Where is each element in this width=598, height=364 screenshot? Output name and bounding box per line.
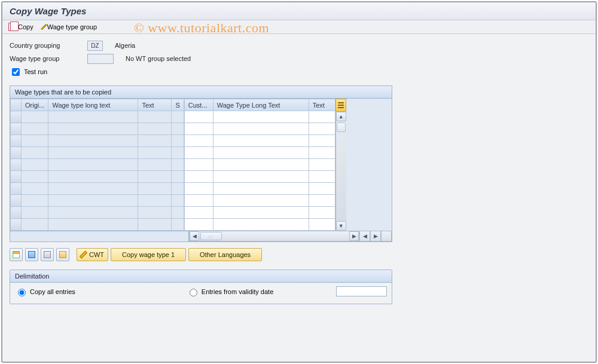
cell-text-2[interactable]: [309, 111, 335, 123]
icon-button-4[interactable]: [56, 248, 69, 261]
scroll-left-end-button[interactable]: ◀: [359, 231, 370, 241]
cell-customer[interactable]: [184, 171, 213, 183]
cell-text-2[interactable]: [309, 135, 335, 147]
horizontal-scroll-thumb[interactable]: :::: [200, 232, 222, 240]
row-selector[interactable]: [11, 111, 22, 123]
row-selector[interactable]: [11, 123, 22, 135]
cell-text-1[interactable]: [138, 183, 172, 195]
cell-s[interactable]: [172, 207, 184, 219]
cell-wage-type-long-text-2[interactable]: [213, 135, 309, 147]
table-row[interactable]: [184, 219, 335, 231]
cell-original[interactable]: [22, 123, 48, 135]
wage-types-grid-right[interactable]: Cust... Wage Type Long Text Text: [184, 99, 335, 231]
cell-s[interactable]: [172, 171, 184, 183]
cwt-button[interactable]: CWT: [77, 248, 108, 261]
cell-text-2[interactable]: [309, 195, 335, 207]
icon-button-3[interactable]: [41, 248, 54, 261]
cell-customer[interactable]: [184, 219, 213, 231]
cell-wage-type-long-text-1[interactable]: [48, 159, 138, 171]
row-selector[interactable]: [11, 195, 22, 207]
row-selector[interactable]: [11, 207, 22, 219]
row-selector[interactable]: [11, 219, 22, 231]
validity-date-input[interactable]: [336, 286, 387, 296]
cell-wage-type-long-text-2[interactable]: [213, 171, 309, 183]
table-row[interactable]: [184, 111, 335, 123]
cell-customer[interactable]: [184, 195, 213, 207]
cell-original[interactable]: [22, 183, 48, 195]
cell-s[interactable]: [172, 195, 184, 207]
cell-customer[interactable]: [184, 123, 213, 135]
table-row[interactable]: [11, 219, 184, 231]
cell-s[interactable]: [172, 135, 184, 147]
cell-text-2[interactable]: [309, 207, 335, 219]
cell-text-2[interactable]: [309, 219, 335, 231]
cell-wage-type-long-text-2[interactable]: [213, 123, 309, 135]
copy-button[interactable]: Copy: [8, 23, 33, 31]
table-row[interactable]: [184, 171, 335, 183]
copy-all-entries-radio[interactable]: Copy all entries: [15, 287, 75, 296]
table-settings-button[interactable]: [335, 99, 346, 112]
cell-customer[interactable]: [184, 135, 213, 147]
table-row[interactable]: [184, 207, 335, 219]
icon-button-1[interactable]: [10, 248, 23, 261]
cell-text-1[interactable]: [138, 219, 172, 231]
cell-text-1[interactable]: [138, 135, 172, 147]
col-header-text-2[interactable]: Text: [309, 99, 335, 111]
cell-wage-type-long-text-2[interactable]: [213, 111, 309, 123]
table-row[interactable]: [184, 147, 335, 159]
cell-original[interactable]: [22, 159, 48, 171]
row-selector[interactable]: [11, 183, 22, 195]
icon-button-2[interactable]: [25, 248, 38, 261]
cell-s[interactable]: [172, 159, 184, 171]
cell-customer[interactable]: [184, 147, 213, 159]
scroll-left-button[interactable]: ◀: [190, 231, 199, 241]
cell-wage-type-long-text-1[interactable]: [48, 219, 138, 231]
cell-customer[interactable]: [184, 159, 213, 171]
cell-text-1[interactable]: [138, 207, 172, 219]
col-header-text-1[interactable]: Text: [138, 99, 172, 111]
row-selector[interactable]: [11, 159, 22, 171]
cell-original[interactable]: [22, 171, 48, 183]
table-row[interactable]: [11, 195, 184, 207]
cell-text-2[interactable]: [309, 147, 335, 159]
cell-wage-type-long-text-2[interactable]: [213, 219, 309, 231]
table-row[interactable]: [11, 159, 184, 171]
cell-text-1[interactable]: [138, 111, 172, 123]
cell-original[interactable]: [22, 219, 48, 231]
cell-text-2[interactable]: [309, 123, 335, 135]
cell-text-1[interactable]: [138, 171, 172, 183]
col-header-original[interactable]: Origi...: [22, 99, 48, 111]
cell-wage-type-long-text-2[interactable]: [213, 207, 309, 219]
cell-wage-type-long-text-2[interactable]: [213, 183, 309, 195]
cell-customer[interactable]: [184, 111, 213, 123]
entries-from-date-radio[interactable]: Entries from validity date: [187, 287, 273, 296]
table-row[interactable]: [184, 195, 335, 207]
cell-original[interactable]: [22, 135, 48, 147]
wage-type-group-button[interactable]: Wage type group: [43, 23, 97, 30]
table-row[interactable]: [184, 123, 335, 135]
wage-types-grid-left[interactable]: Origi... Wage type long text Text S: [10, 99, 184, 231]
scroll-up-button[interactable]: ▲: [336, 112, 346, 121]
cell-wage-type-long-text-1[interactable]: [48, 195, 138, 207]
cell-wage-type-long-text-2[interactable]: [213, 159, 309, 171]
cell-customer[interactable]: [184, 183, 213, 195]
scroll-down-button[interactable]: ▼: [336, 221, 346, 231]
cell-original[interactable]: [22, 195, 48, 207]
cell-s[interactable]: [172, 183, 184, 195]
col-header-s[interactable]: S: [172, 99, 184, 111]
col-header-wage-type-long-text-1[interactable]: Wage type long text: [48, 99, 138, 111]
col-header-customer[interactable]: Cust...: [184, 99, 213, 111]
table-row[interactable]: [11, 135, 184, 147]
table-row[interactable]: [11, 207, 184, 219]
other-languages-button[interactable]: Other Languages: [188, 248, 262, 261]
cell-wage-type-long-text-2[interactable]: [213, 147, 309, 159]
row-selector[interactable]: [11, 135, 22, 147]
cell-wage-type-long-text-1[interactable]: [48, 135, 138, 147]
wage-type-group-input[interactable]: [87, 54, 114, 64]
table-row[interactable]: [184, 159, 335, 171]
table-row[interactable]: [11, 171, 184, 183]
table-row[interactable]: [11, 111, 184, 123]
cell-original[interactable]: [22, 147, 48, 159]
cell-text-1[interactable]: [138, 159, 172, 171]
table-row[interactable]: [11, 147, 184, 159]
